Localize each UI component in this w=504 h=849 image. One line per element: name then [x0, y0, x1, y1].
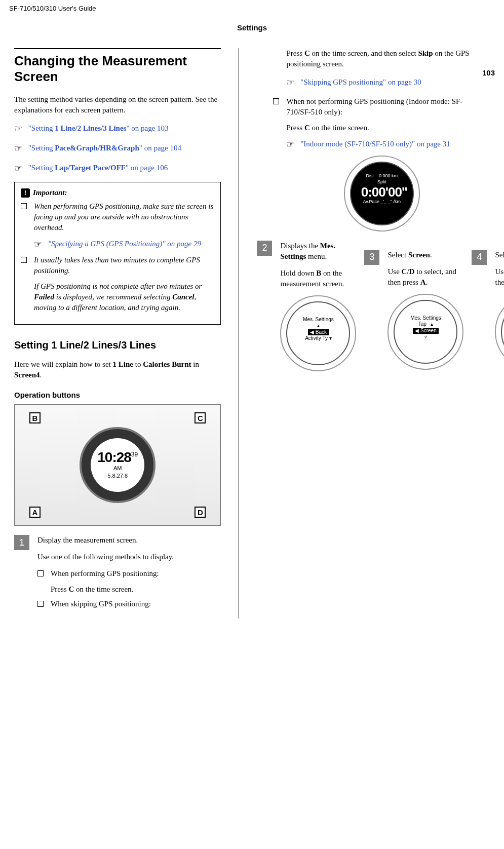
subsection-h2: Setting 1 Line/2 Lines/3 Lines	[14, 338, 221, 352]
page-number: 103	[482, 67, 495, 619]
important-item-2b-b2: Cancel	[172, 293, 194, 301]
screen-selected: Screen	[420, 328, 437, 333]
pointer-icon: ☞	[34, 238, 46, 251]
txt: Press	[286, 49, 304, 57]
step-body: Select Screen. Use C/D to select, and th…	[387, 250, 463, 373]
subsection-intro: Here we will explain how to set 1 Line t…	[14, 359, 221, 380]
pointer-icon: ☞	[14, 162, 26, 175]
txt: Select	[387, 251, 408, 259]
txt-b: D	[409, 267, 415, 276]
list-item: When not performing GPS positioning (Ind…	[273, 96, 477, 151]
important-item-2a: It usually takes less than two minutes t…	[34, 256, 200, 275]
step-body: Displays the Mes. Settings menu. Hold do…	[280, 241, 356, 378]
step-number: 2	[257, 241, 272, 256]
watch-menu-illustration: Mes. Settings ▴ ◀ Back Activity Ty ▾	[280, 295, 356, 371]
txt-b: C	[304, 49, 310, 57]
txt: Press	[51, 585, 68, 593]
txt: Use	[387, 267, 401, 276]
important-item-2b-pre: If GPS positioning is not complete after…	[34, 282, 202, 290]
chrono-unit: km	[392, 173, 398, 178]
txt: .	[40, 371, 42, 379]
important-label: ! Important:	[21, 187, 214, 198]
xref-3: ☞ "Setting Lap/Target Pace/OFF" on page …	[14, 162, 221, 175]
important-icon: !	[21, 188, 30, 198]
chrono-main: 0:00'00"	[361, 185, 403, 199]
xref-link-indoor-mode[interactable]: "Indoor mode (SF-710/SF-510 only)" on pa…	[300, 140, 450, 148]
txt: .	[425, 278, 428, 286]
bullet-icon	[37, 601, 44, 607]
xref-link-2[interactable]: "Setting Pace&Graph/HR&Graph" on page 10…	[28, 144, 181, 152]
operation-buttons-label: Operation buttons	[14, 390, 221, 400]
chrono-label: Dist.	[366, 173, 375, 178]
xref-bold: Pace&Graph/HR&Graph	[55, 144, 139, 152]
watch-illustration: 10:2839 AM 5.8.27.8	[80, 427, 156, 503]
txt: Press	[286, 124, 304, 132]
txt-b: 1 Line	[113, 360, 133, 368]
bullet-icon	[21, 203, 27, 209]
xref-link-1[interactable]: "Setting 1 Line/2 Lines/3 Lines" on page…	[28, 124, 169, 132]
watch-inner: Mes. Settings Tap ▴ ◀ Screen ▿	[394, 300, 457, 364]
header-product-guide: SF-710/510/310 User's Guide	[9, 4, 495, 13]
xref-2: ☞ "Setting Pace&Graph/HR&Graph" on page …	[14, 142, 221, 155]
watch-menu-illustration: Screen Screen3 ▴ ◀ Screen Lap Hold ▾ 2 L…	[495, 294, 504, 370]
page-content: Changing the Measurement Screen The sett…	[9, 48, 495, 619]
txt: menu.	[306, 252, 327, 260]
step-title: Select Screen4.	[495, 250, 504, 260]
step-number: 3	[364, 250, 379, 265]
watch-inner: Screen Screen3 ▴ ◀ Screen Lap Hold ▾ 2 L…	[501, 300, 504, 364]
watch-date: 5.8.27.8	[107, 472, 128, 480]
left-column: Changing the Measurement Screen The sett…	[9, 48, 239, 619]
important-item-1-xref[interactable]: "Specifying a GPS (GPS Positioning)" on …	[48, 240, 201, 248]
txt-b: B	[316, 269, 321, 277]
watch-inner: Dist. 0.000 km Split 0:00'00" Av.Pace _'…	[350, 162, 414, 225]
section-h1: Changing the Measurement Screen	[14, 53, 221, 85]
xref-pre: "Setting	[28, 144, 55, 152]
step-title: Display the measurement screen.	[37, 535, 221, 546]
watch-chrono-illustration: Dist. 0.000 km Split 0:00'00" Av.Pace _'…	[344, 156, 420, 231]
step-title: Select Screen.	[387, 250, 463, 260]
operation-buttons-diagram: B C A D 10:2839 AM 5.8.27.8	[14, 404, 221, 526]
screen-line: Mes. Settings	[298, 317, 338, 323]
list-item: When performing GPS positioning: Press C…	[37, 568, 221, 595]
chapter-title: Settings	[9, 22, 495, 33]
step-3: 3 Select Screen. Use C/D to select, and …	[364, 250, 463, 373]
important-item-2b-mid: is displayed, we recommend selecting	[54, 293, 172, 301]
button-label-a: A	[29, 507, 41, 518]
step1-b3: When not performing GPS positioning (Ind…	[273, 96, 477, 151]
step-bullets: When performing GPS positioning: Press C…	[37, 568, 221, 609]
list-item: When performing GPS positioning, make su…	[21, 201, 214, 251]
xref-pre: "Setting	[28, 124, 55, 132]
txt: Displays the	[280, 242, 320, 250]
bullet-icon	[273, 98, 279, 104]
pointer-icon: ☞	[286, 76, 298, 89]
txt-b: Screen4	[14, 371, 40, 379]
txt-b: Skip	[418, 49, 433, 57]
step-line: Hold down B on the measurement screen.	[280, 268, 356, 289]
step1-continued: Press C on the time screen, and then sel…	[257, 48, 477, 231]
pointer-icon: ☞	[286, 138, 298, 151]
txt: Here we will explain how to set	[14, 360, 113, 368]
bullet-label: When performing GPS positioning:	[51, 569, 159, 577]
txt: on the time screen.	[310, 124, 369, 132]
step-body: Display the measurement screen. Use one …	[37, 535, 221, 613]
screen-line: Mes. Settings	[406, 315, 445, 322]
step-2: 2 Displays the Mes. Settings menu. Hold …	[257, 241, 477, 378]
step-line: Use one of the following methods to disp…	[37, 552, 221, 562]
txt: Hold down	[280, 269, 316, 277]
xref-bold: Lap/Target Pace/OFF	[55, 164, 126, 172]
screen-selected: Back	[316, 329, 327, 335]
step-line: Use C/D to select, and then press A.	[495, 266, 504, 288]
txt: Select	[495, 251, 504, 259]
txt: in	[191, 360, 199, 368]
xref-link-skip-gps[interactable]: "Skipping GPS positioning" on page 30	[300, 78, 421, 86]
txt: .	[430, 251, 432, 259]
bullet-icon	[21, 257, 27, 263]
button-label-d: D	[195, 507, 206, 518]
txt-b: C	[304, 124, 310, 132]
xref-link-3[interactable]: "Setting Lap/Target Pace/OFF" on page 10…	[28, 164, 168, 172]
step1-b2-xref: ☞ "Skipping GPS positioning" on page 30	[286, 76, 477, 89]
xref-pre: "Setting	[28, 164, 55, 172]
screen-line: Tap	[418, 321, 427, 327]
watch-face: 10:2839 AM 5.8.27.8	[91, 438, 144, 492]
txt-b: A	[420, 278, 426, 286]
